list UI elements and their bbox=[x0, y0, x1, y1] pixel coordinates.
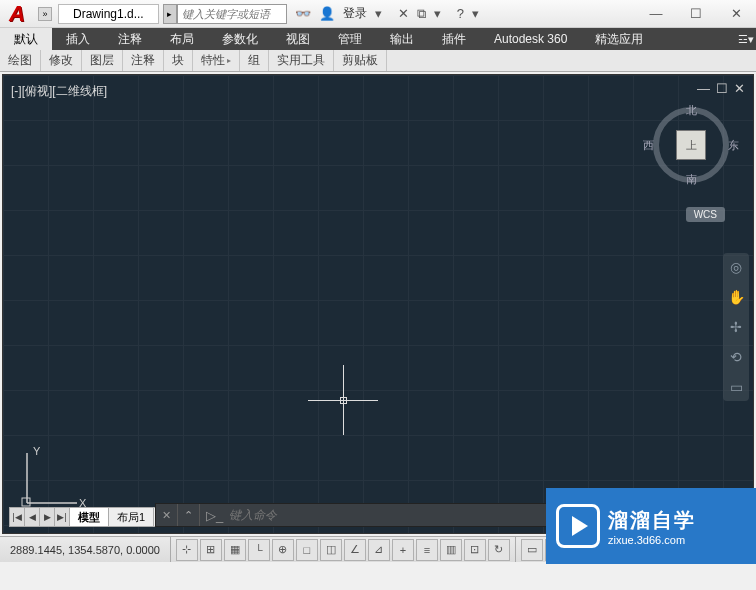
ortho-mode-icon[interactable]: └ bbox=[248, 539, 270, 561]
cmd-prompt-icon: ▷_ bbox=[200, 508, 229, 523]
drawing-canvas[interactable]: [-][俯视][二维线框] — ☐ ✕ 上 北 南 西 东 WCS ◎ ✋ ✢ … bbox=[2, 74, 754, 534]
steering-wheel-icon[interactable]: ◎ bbox=[730, 259, 742, 275]
ucs-icon: Y X bbox=[17, 443, 87, 513]
search-box: ▸ bbox=[163, 4, 287, 24]
orbit-icon[interactable]: ⟲ bbox=[730, 349, 742, 365]
window-controls: — ☐ ✕ bbox=[636, 2, 756, 26]
binoculars-icon[interactable]: 👓 bbox=[295, 6, 311, 21]
title-icons: 👓 👤 登录 ▾ bbox=[287, 5, 390, 22]
tab-insert[interactable]: 插入 bbox=[52, 28, 104, 50]
watermark-url: zixue.3d66.com bbox=[608, 534, 696, 546]
play-icon bbox=[556, 504, 600, 548]
watermark-title: 溜溜自学 bbox=[608, 507, 696, 534]
viewport-controls: — ☐ ✕ bbox=[697, 81, 745, 96]
tab-plugins[interactable]: 插件 bbox=[428, 28, 480, 50]
chevron-down-icon[interactable]: ▾ bbox=[472, 6, 479, 21]
lineweight-icon[interactable]: ≡ bbox=[416, 539, 438, 561]
tab-autodesk360[interactable]: Autodesk 360 bbox=[480, 28, 581, 50]
maximize-button[interactable]: ☐ bbox=[676, 2, 716, 26]
panel-draw[interactable]: 绘图 bbox=[0, 50, 41, 71]
vp-maximize-icon[interactable]: ☐ bbox=[716, 81, 728, 96]
selection-cycling-icon[interactable]: ↻ bbox=[488, 539, 510, 561]
panel-modify[interactable]: 修改 bbox=[41, 50, 82, 71]
3d-object-snap-icon[interactable]: ◫ bbox=[320, 539, 342, 561]
tab-view[interactable]: 视图 bbox=[272, 28, 324, 50]
dynamic-input-icon[interactable]: + bbox=[392, 539, 414, 561]
chevron-down-icon[interactable]: ▾ bbox=[434, 6, 441, 21]
dynamic-ucs-icon[interactable]: ⊿ bbox=[368, 539, 390, 561]
panel-annotation[interactable]: 注释 bbox=[123, 50, 164, 71]
help-icon[interactable]: ? bbox=[457, 6, 464, 21]
quick-properties-icon[interactable]: ⊡ bbox=[464, 539, 486, 561]
compass-west[interactable]: 西 bbox=[643, 138, 654, 153]
person-icon[interactable]: 👤 bbox=[319, 6, 335, 21]
infer-constraints-icon[interactable]: ⊹ bbox=[176, 539, 198, 561]
panel-block[interactable]: 块 bbox=[164, 50, 193, 71]
grid-display-icon[interactable]: ▦ bbox=[224, 539, 246, 561]
polar-tracking-icon[interactable]: ⊕ bbox=[272, 539, 294, 561]
tab-nav-prev[interactable]: ◀ bbox=[25, 508, 40, 526]
title-icons-3: ? ▾ bbox=[449, 6, 487, 21]
logo-letter: A bbox=[9, 1, 25, 27]
ribbon-panels: 绘图 修改 图层 注释 块 特性▸ 组 实用工具 剪贴板 bbox=[0, 50, 756, 72]
tab-layout[interactable]: 布局 bbox=[156, 28, 208, 50]
chevron-down-icon[interactable]: ▾ bbox=[375, 6, 382, 21]
title-bar: A » Drawing1.d... ▸ 👓 👤 登录 ▾ ✕ ⧉ ▾ ? ▾ —… bbox=[0, 0, 756, 28]
object-snap-icon[interactable]: □ bbox=[296, 539, 318, 561]
watermark-overlay: 溜溜自学 zixue.3d66.com bbox=[546, 488, 756, 564]
tab-manage[interactable]: 管理 bbox=[324, 28, 376, 50]
search-input[interactable] bbox=[177, 4, 287, 24]
view-cube[interactable]: 上 北 南 西 东 bbox=[651, 105, 731, 185]
cmd-history-icon[interactable]: ⌃ bbox=[178, 504, 200, 526]
tab-layout1[interactable]: 布局1 bbox=[109, 508, 154, 526]
compass-east[interactable]: 东 bbox=[728, 138, 739, 153]
snap-mode-icon[interactable]: ⊞ bbox=[200, 539, 222, 561]
showmotion-icon[interactable]: ▭ bbox=[730, 379, 743, 395]
navigation-bar: ◎ ✋ ✢ ⟲ ▭ bbox=[723, 253, 749, 401]
login-button[interactable]: 登录 bbox=[343, 5, 367, 22]
transparency-icon[interactable]: ▥ bbox=[440, 539, 462, 561]
panel-properties[interactable]: 特性▸ bbox=[193, 50, 240, 71]
tab-featured[interactable]: 精选应用 bbox=[581, 28, 657, 50]
tab-annotate[interactable]: 注释 bbox=[104, 28, 156, 50]
tab-output[interactable]: 输出 bbox=[376, 28, 428, 50]
cloud-icon[interactable]: ⧉ bbox=[417, 6, 426, 22]
cmd-close-icon[interactable]: ✕ bbox=[156, 504, 178, 526]
panel-groups[interactable]: 组 bbox=[240, 50, 269, 71]
panel-clipboard[interactable]: 剪贴板 bbox=[334, 50, 387, 71]
title-icons-2: ✕ ⧉ ▾ bbox=[390, 6, 449, 22]
tab-nav-first[interactable]: |◀ bbox=[10, 508, 25, 526]
zoom-extents-icon[interactable]: ✢ bbox=[730, 319, 742, 335]
panel-utilities[interactable]: 实用工具 bbox=[269, 50, 334, 71]
viewport-label[interactable]: [-][俯视][二维线框] bbox=[11, 83, 107, 100]
close-button[interactable]: ✕ bbox=[716, 2, 756, 26]
svg-text:Y: Y bbox=[33, 445, 41, 457]
document-title[interactable]: Drawing1.d... bbox=[58, 4, 159, 24]
minimize-button[interactable]: — bbox=[636, 2, 676, 26]
tab-default[interactable]: 默认 bbox=[0, 28, 52, 50]
ribbon-options-icon[interactable]: ☲▾ bbox=[736, 28, 756, 50]
tab-nav-next[interactable]: ▶ bbox=[40, 508, 55, 526]
object-snap-tracking-icon[interactable]: ∠ bbox=[344, 539, 366, 561]
search-dropdown[interactable]: ▸ bbox=[163, 4, 177, 24]
app-logo[interactable]: A bbox=[0, 0, 34, 28]
tab-model[interactable]: 模型 bbox=[70, 508, 109, 526]
exchange-icon[interactable]: ✕ bbox=[398, 6, 409, 21]
qat-dropdown[interactable]: » bbox=[38, 7, 52, 21]
vp-minimize-icon[interactable]: — bbox=[697, 81, 710, 96]
viewcube-top-face[interactable]: 上 bbox=[676, 130, 706, 160]
tab-parametric[interactable]: 参数化 bbox=[208, 28, 272, 50]
quick-access-toolbar: » bbox=[34, 7, 56, 21]
ribbon-tabs: 默认 插入 注释 布局 参数化 视图 管理 输出 插件 Autodesk 360… bbox=[0, 28, 756, 50]
pan-icon[interactable]: ✋ bbox=[728, 289, 745, 305]
model-space-icon[interactable]: ▭ bbox=[521, 539, 543, 561]
coordinates-display[interactable]: 2889.1445, 1354.5870, 0.0000 bbox=[0, 537, 171, 562]
vp-close-icon[interactable]: ✕ bbox=[734, 81, 745, 96]
compass-south[interactable]: 南 bbox=[686, 172, 697, 187]
panel-layers[interactable]: 图层 bbox=[82, 50, 123, 71]
tab-nav-last[interactable]: ▶| bbox=[55, 508, 70, 526]
grid bbox=[3, 75, 753, 533]
wcs-button[interactable]: WCS bbox=[686, 207, 725, 222]
svg-rect-2 bbox=[22, 498, 30, 506]
compass-north[interactable]: 北 bbox=[686, 103, 697, 118]
